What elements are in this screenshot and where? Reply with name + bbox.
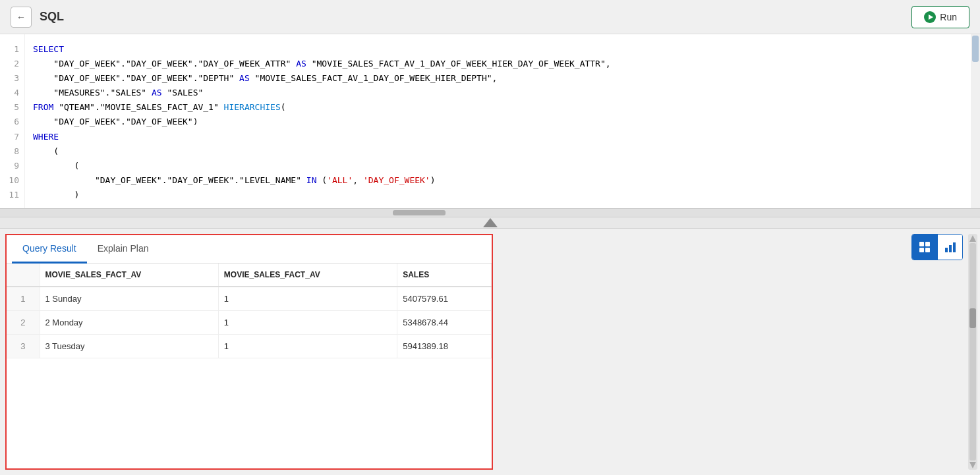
result-table: MOVIE_SALES_FACT_AV MOVIE_SALES_FACT_AV … — [7, 264, 492, 358]
back-button[interactable]: ← — [11, 7, 32, 28]
table-row: 3 3 Tuesday 1 5941389.18 — [7, 335, 492, 358]
col-header-2: MOVIE_SALES_FACT_AV — [218, 264, 397, 287]
bottom-panel: Query Result Explain Plan MOVIE_SALES_FA… — [0, 229, 980, 475]
page-title: SQL — [40, 10, 64, 24]
line-numbers: 12345 67891011 — [0, 34, 25, 208]
table-row: 1 1 Sunday 1 5407579.61 — [7, 287, 492, 311]
table-area[interactable]: MOVIE_SALES_FACT_AV MOVIE_SALES_FACT_AV … — [7, 264, 492, 468]
svg-rect-0 — [919, 242, 924, 246]
col-header-3: SALES — [397, 264, 492, 287]
cell-col3: 5941389.18 — [397, 335, 492, 358]
far-scrollbar[interactable] — [968, 234, 977, 470]
cell-col2: 1 — [218, 311, 397, 335]
scroll-thumb — [972, 36, 979, 62]
code-editor: 12345 67891011 SELECT "DAY_OF_WEEK"."DAY… — [0, 34, 980, 209]
right-toolbar — [493, 229, 968, 475]
result-panel: Query Result Explain Plan MOVIE_SALES_FA… — [5, 234, 493, 470]
scroll-handle — [969, 308, 976, 328]
run-icon — [924, 11, 936, 23]
editor-scrollbar[interactable] — [971, 34, 980, 208]
cell-col1: 3 Tuesday — [40, 335, 218, 358]
horizontal-scrollbar[interactable] — [0, 209, 980, 217]
svg-rect-1 — [925, 242, 930, 246]
tabs-row: Query Result Explain Plan — [7, 235, 492, 264]
cell-col2: 1 — [218, 335, 397, 358]
cell-col1: 1 Sunday — [40, 287, 218, 311]
svg-rect-4 — [945, 248, 948, 252]
col-header-1: MOVIE_SALES_FACT_AV — [40, 264, 218, 287]
table-row: 2 2 Monday 1 5348678.44 — [7, 311, 492, 335]
cell-col2: 1 — [218, 287, 397, 311]
scroll-up-arrow[interactable] — [969, 235, 976, 242]
run-label: Run — [940, 12, 957, 22]
col-header-rownum — [7, 264, 40, 287]
divider — [0, 217, 980, 229]
grid-view-button[interactable] — [912, 235, 937, 260]
run-button[interactable]: Run — [911, 6, 969, 28]
code-area[interactable]: SELECT "DAY_OF_WEEK"."DAY_OF_WEEK"."DAY_… — [25, 34, 971, 208]
svg-rect-3 — [925, 248, 930, 252]
tab-explain-plan[interactable]: Explain Plan — [87, 235, 159, 264]
cell-col1: 2 Monday — [40, 311, 218, 335]
svg-rect-2 — [919, 248, 924, 252]
scroll-down-arrow[interactable] — [969, 462, 976, 468]
cell-rownum: 3 — [7, 335, 40, 358]
scroll-track[interactable] — [969, 243, 976, 461]
view-toggle — [911, 234, 963, 260]
tab-query-result[interactable]: Query Result — [12, 235, 87, 264]
cell-rownum: 2 — [7, 311, 40, 335]
svg-rect-5 — [949, 245, 952, 252]
h-scroll-thumb — [393, 210, 446, 215]
divider-arrow — [483, 218, 498, 227]
cell-col3: 5407579.61 — [397, 287, 492, 311]
header: ← SQL Run — [0, 0, 980, 34]
cell-rownum: 1 — [7, 287, 40, 311]
svg-rect-6 — [953, 242, 956, 252]
cell-col3: 5348678.44 — [397, 311, 492, 335]
chart-view-button[interactable] — [937, 235, 962, 260]
